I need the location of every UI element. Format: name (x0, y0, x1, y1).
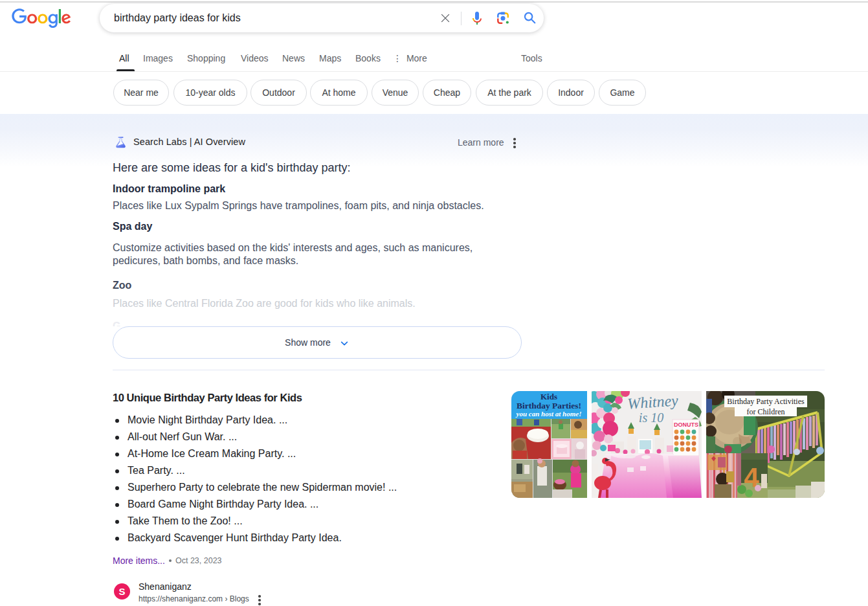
svg-text:you can host at home!: you can host at home! (515, 410, 582, 418)
svg-text:Birthday Parties!: Birthday Parties! (517, 401, 581, 410)
svg-text:for Children: for Children (747, 407, 785, 416)
svg-text:DONUTS: DONUTS (674, 421, 698, 428)
svg-text:Birthday Party Activities: Birthday Party Activities (727, 397, 805, 406)
svg-text:is 10: is 10 (639, 410, 663, 425)
svg-text:Whitney: Whitney (627, 392, 679, 412)
svg-text:Kids: Kids (540, 392, 557, 401)
